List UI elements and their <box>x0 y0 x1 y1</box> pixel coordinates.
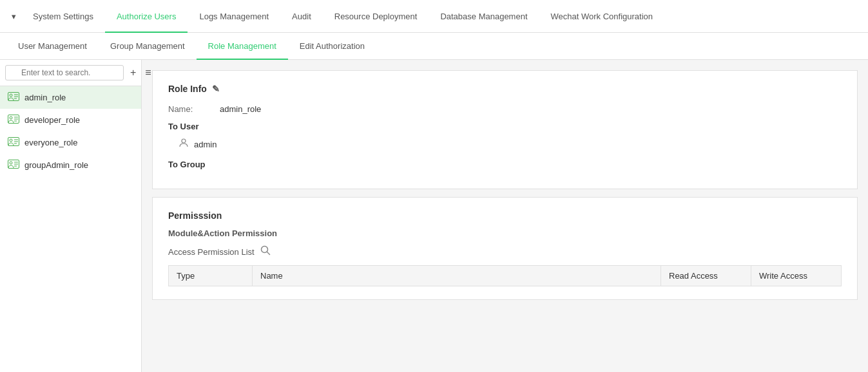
role-label: everyone_role <box>24 138 77 147</box>
name-value: admin_role <box>220 104 261 114</box>
role-list-icon <box>8 115 19 126</box>
svg-point-6 <box>10 116 12 119</box>
sidebar: 🔍 + ≡ admin_role developer_role <box>0 60 142 372</box>
table-header-readAccess: Read Access <box>661 266 751 286</box>
sidebar-search-row: 🔍 + ≡ <box>0 60 141 86</box>
search-input[interactable] <box>5 65 124 80</box>
top-nav-item-system-settings[interactable]: System Settings <box>21 0 105 33</box>
role-info-card: Role Info ✎ Name: admin_role To User adm… <box>152 70 858 189</box>
module-action-label: Module&Action Permission <box>168 228 842 238</box>
top-nav-item-logs-management[interactable]: Logs Management <box>188 0 280 33</box>
to-group-label: To Group <box>168 160 842 169</box>
sidebar-role-item[interactable]: everyone_role <box>0 131 141 154</box>
sub-nav-item-role-management[interactable]: Role Management <box>197 33 288 60</box>
role-list-icon <box>8 160 19 171</box>
top-nav-item-wechat-work-configuration[interactable]: Wechat Work Configuration <box>539 0 664 33</box>
user-person-icon <box>178 138 189 151</box>
to-user-label: To User <box>168 122 842 131</box>
role-label: developer_role <box>24 115 80 125</box>
edit-role-icon[interactable]: ✎ <box>212 84 220 94</box>
svg-point-20 <box>182 139 186 143</box>
role-info-title: Role Info ✎ <box>168 84 842 94</box>
user-entry: admin <box>178 138 842 151</box>
svg-point-16 <box>10 162 12 164</box>
sidebar-role-item[interactable]: groupAdmin_role <box>0 154 141 176</box>
add-role-button[interactable]: + <box>128 66 139 80</box>
user-name: admin <box>194 140 217 149</box>
top-nav-item-authorize-users[interactable]: Authorize Users <box>105 0 188 33</box>
top-nav: ▾ System SettingsAuthorize UsersLogs Man… <box>0 0 868 33</box>
sidebar-role-list: admin_role developer_role everyone_role … <box>0 86 141 372</box>
svg-point-1 <box>10 94 12 97</box>
role-label: admin_role <box>24 93 66 102</box>
search-wrapper: 🔍 <box>5 65 124 80</box>
content-area: Role Info ✎ Name: admin_role To User adm… <box>142 60 868 372</box>
sidebar-role-item[interactable]: developer_role <box>0 109 141 131</box>
role-list-icon <box>8 137 19 148</box>
sub-nav: User ManagementGroup ManagementRole Mana… <box>0 33 868 60</box>
top-nav-item-resource-deployment[interactable]: Resource Deployment <box>323 0 429 33</box>
svg-line-22 <box>267 252 269 255</box>
table-header-row: TypeNameRead AccessWrite Access <box>169 266 842 286</box>
top-nav-item-audit[interactable]: Audit <box>280 0 323 33</box>
sub-nav-item-user-management[interactable]: User Management <box>6 33 99 60</box>
sidebar-role-item[interactable]: admin_role <box>0 86 141 109</box>
sub-nav-item-group-management[interactable]: Group Management <box>99 33 197 60</box>
table-header-name: Name <box>253 266 661 286</box>
nav-dropdown-btn[interactable]: ▾ <box>6 0 21 33</box>
svg-point-11 <box>10 139 12 142</box>
name-label: Name: <box>168 104 220 114</box>
role-name-row: Name: admin_role <box>168 104 842 114</box>
access-search-icon[interactable] <box>260 245 271 259</box>
permission-table: TypeNameRead AccessWrite Access <box>168 265 842 286</box>
main-layout: 🔍 + ≡ admin_role developer_role <box>0 60 868 372</box>
sub-nav-item-edit-authorization[interactable]: Edit Authorization <box>288 33 376 60</box>
access-permission-label: Access Permission List <box>168 247 255 257</box>
table-header-type: Type <box>169 266 253 286</box>
permission-card: Permisssion Module&Action Permission Acc… <box>152 197 858 300</box>
top-nav-item-database-management[interactable]: Database Management <box>429 0 539 33</box>
table-header-writeAccess: Write Access <box>751 266 842 286</box>
role-label: groupAdmin_role <box>24 160 88 170</box>
role-list-icon <box>8 92 19 103</box>
permission-title: Permisssion <box>168 210 842 221</box>
access-permission-row: Access Permission List <box>168 245 842 259</box>
